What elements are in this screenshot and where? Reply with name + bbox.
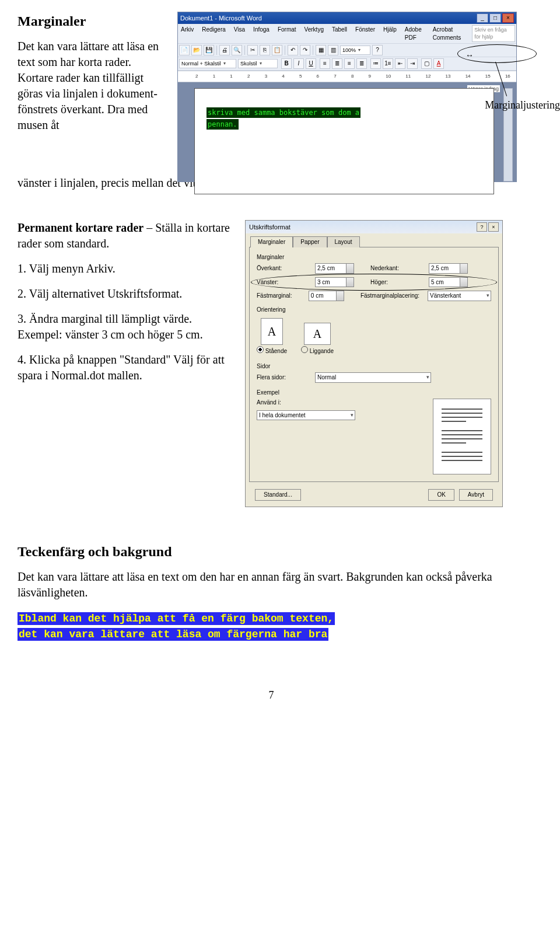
label-vanster: Vänster: (257, 278, 309, 287)
group-exempel: Exempel (257, 389, 491, 397)
dialog-close-button[interactable]: × (488, 222, 499, 232)
menu-tabell[interactable]: Tabell (330, 25, 349, 42)
italic-icon[interactable]: I (293, 58, 304, 69)
menu-arkiv[interactable]: Arkiv (179, 25, 195, 42)
label-fast: Fästmarginal: (257, 292, 303, 300)
preview-icon[interactable]: 🔍 (232, 45, 242, 55)
minimize-button[interactable]: _ (477, 13, 488, 23)
spin-overkant[interactable]: 2,5 cm (315, 263, 354, 274)
ruler[interactable]: 2 1 1 2 3 4 5 6 7 8 9 10 11 12 13 14 15 (178, 71, 516, 82)
undo-icon[interactable]: ↶ (288, 45, 298, 55)
tab-marginaler[interactable]: Marginaler (250, 236, 293, 247)
spin-vanster[interactable]: 3 cm (315, 277, 354, 288)
step-3b: Exempel: vänster 3 cm och höger 5 cm. (18, 328, 203, 341)
save-icon[interactable]: 💾 (204, 45, 214, 55)
zoom-combo[interactable]: 100% (340, 46, 370, 55)
label-flera-sidor: Flera sidor: (257, 373, 309, 382)
ok-button[interactable]: OK (428, 489, 454, 501)
combo-flera-sidor[interactable]: Normal (315, 372, 431, 383)
highlighted-line2: det kan vara lättare att läsa om färgern… (18, 628, 328, 641)
combo-fastpl[interactable]: Vänsterkant (428, 291, 491, 301)
document-page: skriva med samma bokstäver som dom a pen… (194, 88, 494, 194)
bullets-icon[interactable]: ≔ (370, 58, 381, 69)
spin-fast[interactable]: 0 cm (309, 291, 344, 301)
menu-redigera[interactable]: Redigera (200, 25, 228, 42)
label-anvand-i: Använd i: (257, 399, 309, 407)
word-title: Dokument1 - Microsoft Word (180, 14, 262, 23)
cancel-button[interactable]: Avbryt (459, 489, 493, 501)
tab-papper[interactable]: Papper (293, 236, 327, 247)
dialog-help-button[interactable]: ? (477, 222, 487, 232)
page-number: 7 (18, 688, 525, 702)
group-sidor: Sidor (257, 362, 491, 371)
cut-icon[interactable]: ✂ (247, 45, 258, 55)
section2-heading-bold: Permanent kortare rader (18, 221, 144, 234)
style-combo[interactable]: Normal + Skalstil (179, 59, 236, 68)
standard-button[interactable]: Standard... (255, 489, 301, 501)
section3-para: Det kan vara lättare att läsa en text om… (18, 569, 525, 601)
group-marginaler: Marginaler (257, 253, 491, 261)
step-2: 2. Välj alternativet Utskriftsformat. (18, 286, 233, 302)
align-left-icon[interactable]: ≡ (320, 58, 330, 69)
preview-page (433, 399, 491, 474)
step-3a: 3. Ändra marginal till lämpligt värde. (18, 312, 192, 325)
menu-hjalp[interactable]: Hjälp (382, 25, 398, 42)
dialog-title: Utskriftsformat (249, 223, 290, 232)
menu-visa[interactable]: Visa (232, 25, 247, 42)
underline-icon[interactable]: U (306, 58, 316, 69)
numbering-icon[interactable]: 1≡ (383, 58, 393, 69)
open-icon[interactable]: 📂 (191, 45, 202, 55)
radio-portrait[interactable]: A Stående (257, 318, 287, 355)
combo-anvand-i[interactable]: I hela dokumentet (257, 410, 355, 421)
section1-para-left: Det kan vara lättare att läsa en text so… (18, 39, 169, 133)
bold-icon[interactable]: B (281, 58, 292, 69)
radio-landscape[interactable]: A Liggande (301, 323, 334, 355)
fontcolor-icon[interactable]: A (433, 58, 444, 69)
menu-fonster[interactable]: Fönster (354, 25, 377, 42)
table-icon[interactable]: ▦ (316, 45, 326, 55)
tab-layout[interactable]: Layout (327, 236, 360, 247)
align-right-icon[interactable]: ≡ (344, 58, 355, 69)
menu-adobepdf[interactable]: Adobe PDF (403, 25, 426, 42)
step-1: 1. Välj menyn Arkiv. (18, 261, 233, 277)
menu-acrobat[interactable]: Acrobat Comments (431, 25, 467, 42)
font-combo[interactable]: Skolstil (238, 59, 278, 68)
spin-nederkant[interactable]: 2,5 cm (429, 263, 468, 274)
print-icon[interactable]: 🖨 (219, 45, 230, 55)
word-titlebar: Dokument1 - Microsoft Word _ □ × (178, 12, 516, 24)
outdent-icon[interactable]: ⇤ (395, 58, 405, 69)
word-window: Dokument1 - Microsoft Word _ □ × Arkiv R… (177, 12, 517, 182)
indent-icon[interactable]: ⇥ (407, 58, 418, 69)
label-fastpl: Fästmarginalplacering: (360, 292, 422, 300)
new-doc-icon[interactable]: 📄 (179, 45, 190, 55)
paste-icon[interactable]: 📋 (272, 45, 282, 55)
align-center-icon[interactable]: ≣ (332, 58, 342, 69)
doc-line2: pennan. (206, 119, 239, 130)
columns-icon[interactable]: ▥ (328, 45, 338, 55)
menu-infoga[interactable]: Infoga (251, 25, 271, 42)
label-hoger: Höger: (370, 278, 423, 287)
group-orientering: Orientering (257, 306, 491, 314)
justify-icon[interactable]: ≣ (356, 58, 367, 69)
copy-icon[interactable]: ⎘ (260, 45, 270, 55)
section1-heading: Marginaler (18, 12, 169, 30)
spin-hoger[interactable]: 5 cm (429, 277, 468, 288)
redo-icon[interactable]: ↷ (300, 45, 310, 55)
border-icon[interactable]: ▢ (421, 58, 432, 69)
label-overkant: Överkant: (257, 264, 309, 273)
menu-verktyg[interactable]: Verktyg (303, 25, 326, 42)
label-nederkant: Nederkant: (370, 264, 423, 273)
doc-line1: skriva med samma bokstäver som dom a (206, 107, 360, 118)
help-icon[interactable]: ? (372, 45, 383, 55)
dialog-tabs: Marginaler Papper Layout (246, 233, 502, 247)
close-button[interactable]: × (502, 13, 514, 23)
word-menubar: Arkiv Redigera Visa Infoga Format Verkty… (178, 24, 516, 43)
page-setup-dialog: Utskriftsformat ? × Marginaler Papper La… (245, 220, 503, 507)
double-arrow-icon: ↔ (466, 50, 474, 61)
menu-format[interactable]: Format (276, 25, 298, 42)
callout-label: Marginaljustering (485, 98, 560, 112)
step-4: 4. Klicka på knappen "Standard" Välj för… (18, 352, 233, 383)
help-search[interactable]: Skriv en fråga för hjälp (472, 25, 515, 42)
maximize-button[interactable]: □ (489, 13, 501, 23)
workspace: Höger indrag skriva med samma bokstäver … (178, 82, 516, 181)
